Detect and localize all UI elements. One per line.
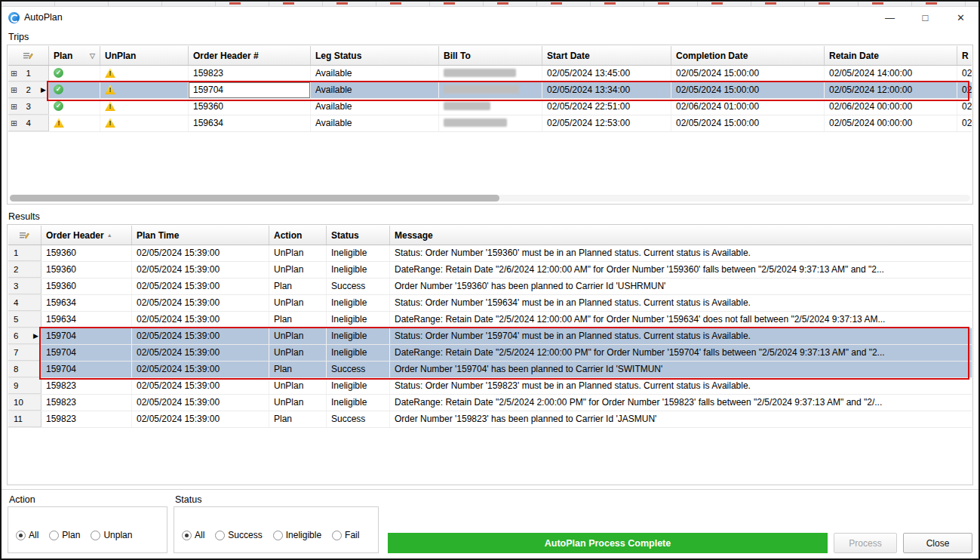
process-button[interactable]: Process xyxy=(834,533,897,553)
result-row[interactable]: 7 ▶ 159704 02/05/2024 15:39:00 UnPlan In… xyxy=(8,345,972,362)
status-radio-option[interactable]: All xyxy=(182,530,204,540)
column-header-completion-date[interactable]: Completion Date xyxy=(671,46,825,65)
row-header[interactable]: 2 ▶ xyxy=(8,262,41,278)
row-header[interactable]: ⊞ 3 ▶ xyxy=(8,99,49,115)
cell-plan[interactable] xyxy=(49,115,100,131)
cell-plan-time[interactable]: 02/05/2024 15:39:00 xyxy=(132,411,269,427)
cell-status[interactable]: Ineligible xyxy=(327,262,390,278)
cell-status[interactable]: Ineligible xyxy=(327,295,390,311)
column-header-plan-time[interactable]: Plan Time xyxy=(132,226,269,245)
cell-order-header[interactable]: 159704 xyxy=(189,82,311,98)
cell-unplan[interactable] xyxy=(100,66,189,82)
column-header-plan[interactable]: Plan ▽ xyxy=(49,46,100,65)
cell-leg-status[interactable]: Available xyxy=(311,115,439,131)
cell-action[interactable]: Plan xyxy=(269,278,327,294)
result-row[interactable]: 8 ▶ 159704 02/05/2024 15:39:00 Plan Succ… xyxy=(8,362,972,378)
result-row[interactable]: 9 ▶ 159823 02/05/2024 15:39:00 UnPlan In… xyxy=(8,378,972,395)
cell-order-header[interactable]: 159360 xyxy=(41,262,132,278)
cell-plan-time[interactable]: 02/05/2024 15:39:00 xyxy=(132,345,269,361)
result-row[interactable]: 3 ▶ 159360 02/05/2024 15:39:00 Plan Succ… xyxy=(8,278,972,295)
maximize-button[interactable]: □ xyxy=(908,7,943,28)
cell-order-header[interactable]: 159823 xyxy=(41,411,132,427)
action-radio-option[interactable]: All xyxy=(16,530,38,540)
cell-message[interactable]: Status: Order Number '159704' must be in… xyxy=(390,328,972,344)
result-row[interactable]: 4 ▶ 159634 02/05/2024 15:39:00 UnPlan In… xyxy=(8,295,972,312)
cell-order-header[interactable]: 159634 xyxy=(189,115,311,131)
row-header[interactable]: ⊞ 1 ▶ xyxy=(8,66,49,82)
expand-icon[interactable]: ⊞ xyxy=(11,86,17,94)
close-window-button[interactable]: ✕ xyxy=(943,7,978,28)
cell-plan-time[interactable]: 02/05/2024 15:39:00 xyxy=(132,245,269,261)
cell-message[interactable]: Order Number '159823' has been planned t… xyxy=(390,411,972,427)
filter-icon[interactable]: ▽ xyxy=(90,52,95,60)
cell-retain-date[interactable]: 02/06/2024 00:00:00 xyxy=(825,99,957,115)
close-button[interactable]: Close xyxy=(903,533,972,553)
status-radio-option[interactable]: Ineligible xyxy=(273,530,321,540)
radio-icon[interactable] xyxy=(49,531,59,540)
result-row[interactable]: 11 ▶ 159823 02/05/2024 15:39:00 Plan Suc… xyxy=(8,411,972,428)
cell-clipped[interactable]: 02 xyxy=(957,82,972,98)
cell-action[interactable]: UnPlan xyxy=(269,328,327,344)
cell-plan-time[interactable]: 02/05/2024 15:39:00 xyxy=(132,395,269,411)
expand-icon[interactable]: ⊞ xyxy=(11,119,17,128)
cell-order-header[interactable]: 159634 xyxy=(41,295,132,311)
trip-row[interactable]: ⊞ 4 ▶ 159634 Available 02/05/2024 12:53:… xyxy=(8,115,972,132)
cell-status[interactable]: Success xyxy=(327,362,390,377)
cell-message[interactable]: Status: Order Number '159823' must be in… xyxy=(390,378,972,394)
cell-plan-time[interactable]: 02/05/2024 15:39:00 xyxy=(132,312,269,328)
cell-plan-time[interactable]: 02/05/2024 15:39:00 xyxy=(132,362,269,377)
cell-order-header[interactable]: 159704 xyxy=(41,345,132,361)
column-header-status[interactable]: Status xyxy=(327,226,390,245)
action-radio-option[interactable]: Plan xyxy=(49,530,80,540)
cell-completion-date[interactable]: 02/05/2024 15:00:00 xyxy=(671,82,825,98)
cell-plan-time[interactable]: 02/05/2024 15:39:00 xyxy=(132,328,269,344)
column-header-unplan[interactable]: UnPlan xyxy=(100,46,189,65)
result-row[interactable]: 1 ▶ 159360 02/05/2024 15:39:00 UnPlan In… xyxy=(8,245,972,262)
cell-bill-to[interactable] xyxy=(439,82,542,98)
cell-completion-date[interactable]: 02/05/2024 15:00:00 xyxy=(671,66,825,82)
cell-leg-status[interactable]: Available xyxy=(311,82,439,98)
cell-status[interactable]: Ineligible xyxy=(327,345,390,361)
cell-unplan[interactable] xyxy=(100,99,189,115)
cell-action[interactable]: UnPlan xyxy=(269,295,327,311)
cell-action[interactable]: UnPlan xyxy=(269,262,327,278)
cell-status[interactable]: Success xyxy=(327,278,390,294)
cell-plan[interactable] xyxy=(49,66,100,82)
cell-message[interactable]: DateRange: Retain Date "2/5/2024 12:00:0… xyxy=(390,312,972,328)
cell-retain-date[interactable]: 02/05/2024 00:00:00 xyxy=(825,115,957,131)
row-header[interactable]: 7 ▶ xyxy=(8,345,41,361)
cell-plan-time[interactable]: 02/05/2024 15:39:00 xyxy=(132,378,269,394)
trip-row[interactable]: ⊞ 3 ▶ 159360 Available 02/05/2024 22:51:… xyxy=(8,99,972,115)
cell-order-header[interactable]: 159704 xyxy=(41,328,132,344)
cell-plan-time[interactable]: 02/05/2024 15:39:00 xyxy=(132,262,269,278)
cell-bill-to[interactable] xyxy=(439,99,542,115)
status-radio-option[interactable]: Success xyxy=(215,530,262,540)
column-header-order-header[interactable]: Order Header ▲ xyxy=(41,226,132,245)
trip-row[interactable]: ⊞ 2 ▶ 159704 Available 02/05/2024 13:34:… xyxy=(8,82,972,99)
cell-start-date[interactable]: 02/05/2024 12:53:00 xyxy=(542,115,671,131)
row-header[interactable]: 3 ▶ xyxy=(8,278,41,294)
radio-icon[interactable] xyxy=(91,531,100,540)
row-header[interactable]: 4 ▶ xyxy=(8,295,41,311)
cell-order-header[interactable]: 159634 xyxy=(41,312,132,328)
expand-icon[interactable]: ⊞ xyxy=(11,69,17,78)
cell-order-header[interactable]: 159360 xyxy=(41,245,132,261)
filter-row-corner[interactable] xyxy=(8,226,41,245)
cell-message[interactable]: Status: Order Number '159360' must be in… xyxy=(390,245,972,261)
trip-row[interactable]: ⊞ 1 ▶ 159823 Available 02/05/2024 13:45:… xyxy=(8,66,972,82)
cell-status[interactable]: Ineligible xyxy=(327,395,390,411)
result-row[interactable]: 5 ▶ 159634 02/05/2024 15:39:00 Plan Inel… xyxy=(8,312,972,328)
cell-plan[interactable] xyxy=(49,99,100,115)
cell-action[interactable]: UnPlan xyxy=(269,378,327,394)
cell-clipped[interactable]: 02 xyxy=(957,99,972,115)
cell-action[interactable]: Plan xyxy=(269,411,327,427)
status-radio-option[interactable]: Fail xyxy=(332,530,359,540)
cell-order-header[interactable]: 159360 xyxy=(189,99,311,115)
row-header[interactable]: 6 ▶ xyxy=(8,328,41,344)
cell-message[interactable]: Order Number '159360' has been planned t… xyxy=(390,278,972,294)
cell-bill-to[interactable] xyxy=(439,115,542,131)
cell-status[interactable]: Ineligible xyxy=(327,245,390,261)
row-header[interactable]: ⊞ 4 ▶ xyxy=(8,115,49,131)
cell-leg-status[interactable]: Available xyxy=(311,99,439,115)
cell-action[interactable]: Plan xyxy=(269,312,327,328)
